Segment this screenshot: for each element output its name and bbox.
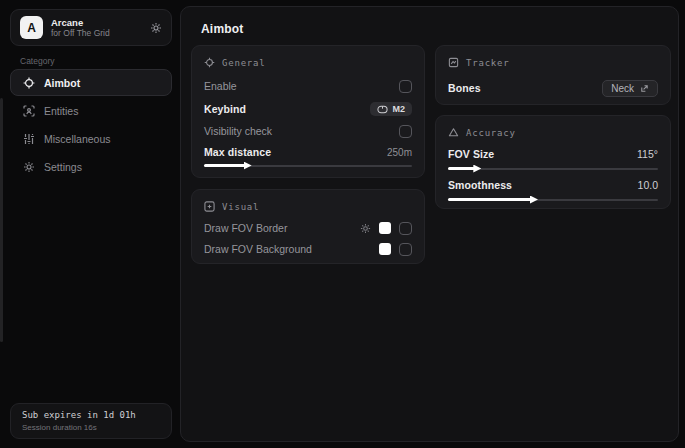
- app-title: Arcane: [51, 17, 150, 28]
- app-logo: A: [20, 16, 43, 39]
- sidebar-item-miscellaneous[interactable]: Miscellaneous: [10, 125, 172, 152]
- gear-icon[interactable]: [360, 223, 371, 234]
- sidebar-item-entities[interactable]: Entities: [10, 97, 172, 124]
- keybind-label: Keybind: [204, 103, 246, 115]
- smoothness-row: Smoothness 10.0: [448, 175, 658, 195]
- bones-select[interactable]: Neck: [602, 80, 658, 97]
- card-title: Accuracy: [466, 128, 516, 138]
- card-title: General: [222, 58, 266, 68]
- slider-thumb[interactable]: [244, 162, 252, 170]
- sliders-icon: [23, 133, 35, 145]
- accuracy-card: Accuracy FOV Size 115° Smoothness 10.0: [435, 115, 671, 209]
- slider-thumb[interactable]: [530, 196, 538, 204]
- fov-size-row: FOV Size 115°: [448, 144, 658, 164]
- tracker-card: Tracker Bones Neck: [435, 45, 671, 105]
- sidebar-item-label: Entities: [44, 105, 78, 117]
- session-duration-text: Session duration 16s: [22, 422, 160, 433]
- scan-person-icon: [23, 105, 35, 117]
- keybind-row: Keybind M2: [204, 99, 412, 119]
- fov-background-label: Draw FOV Background: [204, 243, 312, 255]
- enable-label: Enable: [204, 80, 237, 92]
- fov-background-checkbox[interactable]: [399, 243, 412, 256]
- main-panel: Aimbot General Enable Keybind: [180, 6, 679, 442]
- smoothness-value: 10.0: [638, 179, 658, 191]
- keybind-value: M2: [392, 104, 405, 114]
- max-distance-value: 250m: [387, 147, 412, 158]
- visibility-checkbox[interactable]: [399, 125, 412, 138]
- enable-checkbox[interactable]: [399, 80, 412, 93]
- general-card: General Enable Keybind M2: [191, 45, 425, 178]
- fov-border-label: Draw FOV Border: [204, 222, 287, 234]
- sidebar-item-label: Settings: [44, 161, 82, 173]
- sidebar: A Arcane for Off The Grid Category: [0, 0, 180, 448]
- gear-icon[interactable]: [150, 22, 162, 34]
- fov-background-color-swatch[interactable]: [379, 243, 391, 255]
- crosshair-icon: [204, 57, 215, 68]
- crosshair-icon: [23, 77, 35, 89]
- sub-expiry-text: Sub expires in 1d 01h: [22, 409, 160, 422]
- image-icon: [204, 201, 215, 212]
- fov-border-color-swatch[interactable]: [379, 222, 391, 234]
- bones-row: Bones Neck: [448, 78, 658, 98]
- slider-thumb[interactable]: [473, 165, 481, 173]
- mouse-icon: [377, 105, 388, 114]
- fov-size-slider[interactable]: [448, 164, 658, 173]
- sidebar-nav: Aimbot Entities: [10, 69, 172, 181]
- scrollbar[interactable]: [0, 98, 3, 342]
- fov-border-row: Draw FOV Border: [204, 218, 412, 238]
- app-window: A Arcane for Off The Grid Category: [0, 0, 685, 448]
- sidebar-item-label: Miscellaneous: [44, 133, 111, 145]
- bones-value: Neck: [611, 83, 634, 94]
- max-distance-slider[interactable]: [204, 161, 412, 170]
- category-label: Category: [20, 56, 55, 66]
- card-title: Visual: [222, 202, 259, 212]
- page-title: Aimbot: [201, 22, 244, 36]
- visual-card: Visual Draw FOV Border Draw FOV Backgr: [191, 189, 425, 264]
- max-distance-row: Max distance 250m: [204, 142, 412, 162]
- sidebar-item-label: Aimbot: [44, 77, 80, 89]
- subscription-info: Sub expires in 1d 01h Session duration 1…: [10, 403, 172, 439]
- smoothness-label: Smoothness: [448, 179, 512, 191]
- card-title: Tracker: [466, 58, 510, 68]
- visibility-check-label: Visibility check: [204, 125, 272, 137]
- sidebar-item-settings[interactable]: Settings: [10, 153, 172, 180]
- fov-size-label: FOV Size: [448, 148, 494, 160]
- triangle-icon: [448, 127, 459, 138]
- max-distance-label: Max distance: [204, 146, 271, 158]
- expand-icon: [640, 84, 649, 93]
- enable-row: Enable: [204, 76, 412, 96]
- visibility-row: Visibility check: [204, 121, 412, 141]
- fov-border-checkbox[interactable]: [399, 222, 412, 235]
- app-subtitle: for Off The Grid: [51, 28, 150, 38]
- sidebar-item-aimbot[interactable]: Aimbot: [10, 69, 172, 96]
- fov-size-value: 115°: [637, 148, 658, 160]
- fov-background-row: Draw FOV Background: [204, 239, 412, 259]
- gear-icon: [23, 161, 35, 173]
- keybind-button[interactable]: M2: [370, 102, 412, 116]
- bones-label: Bones: [448, 82, 481, 94]
- smoothness-slider[interactable]: [448, 195, 658, 204]
- frame-icon: [448, 57, 459, 68]
- sidebar-header: A Arcane for Off The Grid: [10, 9, 172, 46]
